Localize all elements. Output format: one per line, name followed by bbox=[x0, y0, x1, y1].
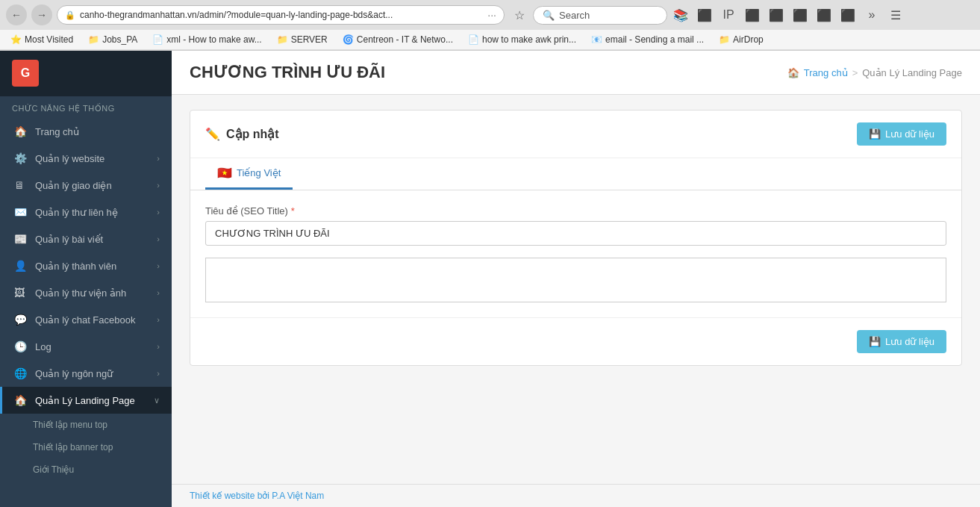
ext4-button[interactable]: ⬛ bbox=[837, 4, 858, 25]
folder-icon: 📁 bbox=[719, 34, 730, 45]
bookmarks-bar: ⭐ Most Visited 📁 Jobs_PA 📄 xml - How to … bbox=[0, 30, 980, 50]
home-icon: 🏠 bbox=[14, 125, 28, 137]
rich-text-editor[interactable] bbox=[205, 258, 946, 302]
bookmark-server[interactable]: 📁 SERVER bbox=[272, 33, 332, 46]
sidebar-item-quan-ly-chat-facebook[interactable]: 💬 Quản lý chat Facebook › bbox=[0, 306, 172, 333]
chevron-right-icon: › bbox=[157, 315, 160, 324]
sidebar-item-quan-ly-bai-viet[interactable]: 📰 Quản lý bài viết › bbox=[0, 225, 172, 252]
bookmark-centreon[interactable]: 🌀 Centreon - IT & Netwo... bbox=[338, 33, 458, 46]
bookmark-label: how to make awk prin... bbox=[482, 34, 576, 45]
email-icon: 📧 bbox=[591, 34, 602, 45]
back-button[interactable]: ← bbox=[6, 4, 27, 25]
sidebar-logo: G bbox=[0, 51, 172, 96]
card-body: Tiêu đề (SEO Title) * bbox=[190, 190, 961, 317]
chevron-right-icon: › bbox=[157, 208, 160, 217]
sidebar-sub-item-gioi-thieu[interactable]: Giới Thiệu bbox=[0, 458, 172, 481]
bookmark-jobs-pa[interactable]: 📁 Jobs_PA bbox=[84, 33, 142, 46]
display-icon: 🖥 bbox=[14, 179, 28, 191]
sidebar-item-quan-ly-ngon-ngu[interactable]: 🌐 Quản lý ngôn ngữ › bbox=[0, 360, 172, 387]
sidebar-sub-item-thiet-lap-banner-top[interactable]: Thiết lập banner top bbox=[0, 436, 172, 458]
sidebar-item-quan-ly-giao-dien[interactable]: 🖥 Quản lý giao diện › bbox=[0, 172, 172, 199]
seo-title-input[interactable] bbox=[205, 221, 946, 246]
ip-button[interactable]: IP bbox=[718, 4, 739, 25]
card-footer: 💾 Lưu dữ liệu bbox=[190, 317, 961, 365]
sidebar-item-trang-chu[interactable]: 🏠 Trang chủ bbox=[0, 118, 172, 145]
bookmark-email[interactable]: 📧 email - Sending a mail ... bbox=[587, 33, 708, 46]
card-header: ✏️ Cập nhật 💾 Lưu dữ liệu bbox=[190, 111, 961, 158]
bookmark-xml[interactable]: 📄 xml - How to make aw... bbox=[148, 33, 266, 46]
card-title: ✏️ Cập nhật bbox=[205, 127, 279, 141]
sidebar-sub-item-thiet-lap-menu-top[interactable]: Thiết lập menu top bbox=[0, 414, 172, 436]
sidebar-item-label: Quản lý giao diện bbox=[35, 180, 149, 191]
save-icon: 💾 bbox=[869, 336, 881, 347]
home-breadcrumb-icon: 🏠 bbox=[787, 67, 799, 78]
lastpass-button[interactable]: ⬛ bbox=[766, 4, 787, 25]
breadcrumb-separator: > bbox=[852, 67, 858, 78]
ext2-button[interactable]: ⬛ bbox=[790, 4, 811, 25]
forward-button[interactable]: → bbox=[31, 4, 52, 25]
page-title: CHƯƠNG TRÌNH ƯU ĐÃI bbox=[190, 63, 385, 82]
save-button-top[interactable]: 💾 Lưu dữ liệu bbox=[857, 122, 946, 146]
breadcrumb-current: Quản Lý Landing Page bbox=[862, 67, 962, 78]
bookmark-star-button[interactable]: ☆ bbox=[509, 4, 530, 25]
sub-item-label: Thiết lập banner top bbox=[33, 442, 113, 452]
sidebar-item-label: Log bbox=[35, 341, 149, 352]
newspaper-icon: 📰 bbox=[14, 233, 28, 245]
required-marker: * bbox=[291, 205, 295, 217]
chevron-right-icon: › bbox=[157, 369, 160, 378]
clock-icon: 🕒 bbox=[14, 340, 28, 352]
extensions-button[interactable]: 📚 bbox=[670, 4, 691, 25]
bookmark-most-visited[interactable]: ⭐ Most Visited bbox=[6, 33, 78, 46]
search-bar[interactable]: 🔍 bbox=[533, 6, 667, 25]
sidebar-item-quan-ly-landing-page[interactable]: 🏠 Quản Lý Landing Page ∨ bbox=[0, 387, 172, 414]
logo-icon: G bbox=[12, 60, 39, 87]
sidebar-item-quan-ly-thu-vien-anh[interactable]: 🖼 Quản lý thư viện ảnh › bbox=[0, 279, 172, 306]
save-button-bottom[interactable]: 💾 Lưu dữ liệu bbox=[857, 330, 946, 353]
address-bar[interactable]: 🔒 canho-thegrandmanhattan.vn/admin/?modu… bbox=[57, 5, 505, 25]
sidebar-section-title: CHỨC NĂNG HỆ THỐNG bbox=[0, 96, 172, 118]
search-input[interactable] bbox=[559, 10, 649, 21]
sidebar-item-label: Quản lý website bbox=[35, 153, 149, 164]
bookmark-label: email - Sending a mail ... bbox=[605, 34, 704, 45]
chevron-right-icon: › bbox=[157, 234, 160, 243]
user-icon: 👤 bbox=[14, 260, 28, 272]
doc-icon: 📄 bbox=[468, 34, 479, 45]
hamburger-menu[interactable]: ☰ bbox=[885, 4, 906, 25]
menu-dots[interactable]: ··· bbox=[487, 9, 496, 21]
sidebar: G CHỨC NĂNG HỆ THỐNG 🏠 Trang chủ ⚙️ Quản… bbox=[0, 51, 172, 507]
sidebar-item-label: Quản lý bài viết bbox=[35, 234, 149, 245]
acrobat-button[interactable]: ⬛ bbox=[742, 4, 763, 25]
chevron-right-icon: › bbox=[157, 154, 160, 163]
sidebar-item-quan-ly-thu-lien-he[interactable]: ✉️ Quản lý thư liên hệ › bbox=[0, 199, 172, 225]
app-container: G CHỨC NĂNG HỆ THỐNG 🏠 Trang chủ ⚙️ Quản… bbox=[0, 51, 980, 507]
lock-icon: 🔒 bbox=[65, 10, 75, 20]
label-text: Tiêu đề (SEO Title) bbox=[205, 205, 288, 217]
footer-link[interactable]: Thiết kế website bởi P.A Việt Nam bbox=[190, 491, 324, 501]
edit-icon: ✏️ bbox=[205, 127, 220, 141]
tablet-icon-button[interactable]: ⬛ bbox=[694, 4, 715, 25]
sub-item-label: Thiết lập menu top bbox=[33, 420, 107, 430]
bookmark-airdrop[interactable]: 📁 AirDrop bbox=[714, 33, 768, 46]
browser-toolbar: ← → 🔒 canho-thegrandmanhattan.vn/admin/?… bbox=[0, 0, 980, 30]
page-header: CHƯƠNG TRÌNH ƯU ĐÃI 🏠 Trang chủ > Quản L… bbox=[172, 51, 980, 95]
save-button-label: Lưu dữ liệu bbox=[885, 128, 934, 140]
ext3-button[interactable]: ⬛ bbox=[814, 4, 834, 25]
bookmark-label: SERVER bbox=[291, 34, 328, 45]
sidebar-item-quan-ly-website[interactable]: ⚙️ Quản lý website › bbox=[0, 145, 172, 172]
folder-icon: 📁 bbox=[277, 34, 288, 45]
content-area: ✏️ Cập nhật 💾 Lưu dữ liệu 🇻🇳 Tiếng Việt bbox=[172, 95, 980, 484]
bookmark-awk[interactable]: 📄 how to make awk prin... bbox=[464, 33, 581, 46]
chat-icon: 💬 bbox=[14, 314, 28, 326]
tab-label: Tiếng Việt bbox=[237, 167, 281, 178]
sidebar-item-quan-ly-thanh-vien[interactable]: 👤 Quản lý thành viên › bbox=[0, 252, 172, 279]
doc-icon: 📄 bbox=[152, 34, 163, 45]
bookmark-label: xml - How to make aw... bbox=[166, 34, 261, 45]
bookmark-label: Most Visited bbox=[25, 34, 73, 45]
more-button[interactable]: » bbox=[861, 4, 882, 25]
tab-tieng-viet[interactable]: 🇻🇳 Tiếng Việt bbox=[205, 158, 293, 190]
browser-chrome: ← → 🔒 canho-thegrandmanhattan.vn/admin/?… bbox=[0, 0, 980, 51]
sidebar-item-label: Quản lý thư viện ảnh bbox=[35, 287, 149, 299]
sidebar-item-log[interactable]: 🕒 Log › bbox=[0, 333, 172, 360]
breadcrumb-home-link[interactable]: Trang chủ bbox=[804, 67, 848, 78]
card-title-text: Cập nhật bbox=[226, 127, 279, 141]
